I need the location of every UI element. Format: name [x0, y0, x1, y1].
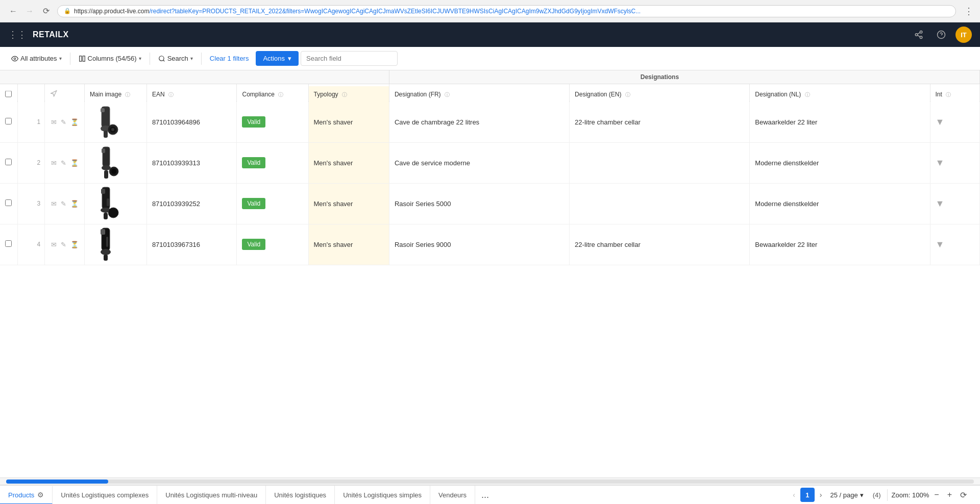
svg-rect-29	[104, 213, 108, 219]
svg-rect-33	[106, 237, 108, 247]
tab-unites-log[interactable]: Unités logistiques	[266, 486, 335, 504]
filter-icon-compliance[interactable]: ⓘ	[278, 92, 283, 97]
url-path: /redirect?tableKey=PRODUCTS_RETAILX_2022…	[149, 8, 641, 15]
pagination: ‹ 1 › 25 / page ▾ (4) Zoom: 100% − + ⟳	[783, 488, 980, 502]
filter-icon-image[interactable]: ⓘ	[125, 92, 130, 97]
chevron-down-icon-3: ▾	[190, 56, 193, 61]
filter-icon-desig-en[interactable]: ⓘ	[625, 92, 630, 97]
help-icon[interactable]	[933, 27, 949, 43]
row-email-button[interactable]: ✉	[50, 117, 58, 127]
scrollbar-thumb[interactable]	[6, 480, 108, 484]
tab-products[interactable]: Products ⚙	[0, 486, 53, 504]
row-typology: Men's shaver	[308, 224, 389, 265]
group-header-designations: Designations	[389, 70, 930, 84]
row-email-button[interactable]: ✉	[50, 240, 58, 249]
columns-icon	[79, 55, 86, 62]
tab-vendeurs[interactable]: Vendeurs	[430, 486, 475, 504]
svg-point-10	[159, 56, 163, 60]
row-select-checkbox[interactable]	[5, 240, 12, 247]
svg-point-24	[111, 169, 116, 174]
row-edit-button[interactable]: ✎	[60, 117, 67, 127]
per-page-select[interactable]: 25 / page ▾	[827, 489, 867, 501]
col-header-typology: Typology ⓘ	[308, 86, 389, 104]
grid-icon[interactable]: ⋮⋮	[8, 29, 27, 40]
svg-rect-8	[79, 56, 81, 61]
svg-line-11	[163, 60, 164, 61]
columns-button[interactable]: Columns (54/56) ▾	[74, 52, 146, 65]
filter-icon-ean[interactable]: ⓘ	[168, 92, 174, 97]
filter-icon-desig-fr[interactable]: ⓘ	[445, 92, 450, 97]
tab-unites-log-multi[interactable]: Unités Logistiques multi-niveau	[157, 486, 266, 504]
next-page-button[interactable]: ›	[817, 489, 825, 501]
address-bar[interactable]: 🔒 https://app.product-live.com/redirect?…	[57, 5, 956, 17]
row-select-checkbox[interactable]	[5, 199, 12, 206]
filter-icon-desig-nl[interactable]: ⓘ	[805, 92, 810, 97]
row-history-button[interactable]: ⏳	[69, 117, 80, 127]
horizontal-scrollbar[interactable]	[0, 477, 980, 485]
row-checkbox[interactable]	[0, 142, 17, 183]
group-header-empty	[0, 70, 389, 84]
filter-icon-typology[interactable]: ⓘ	[342, 92, 347, 97]
row-mini-actions: ✉ ✎ ⏳	[45, 183, 85, 224]
url-display: https://app.product-live.com/redirect?ta…	[74, 8, 949, 15]
clear-filters-button[interactable]: Clear 1 filters	[205, 52, 254, 65]
row-desig-fr: Rasoir Series 9000	[389, 224, 569, 265]
actions-button[interactable]: Actions ▾	[256, 51, 299, 66]
search-field-input[interactable]	[301, 51, 398, 66]
reload-button[interactable]: ⟳	[39, 4, 53, 18]
row-edit-button[interactable]: ✎	[60, 240, 67, 249]
all-attributes-button[interactable]: All attributes ▾	[6, 52, 67, 65]
row-int: ▼	[930, 224, 980, 265]
row-history-button[interactable]: ⏳	[69, 199, 80, 209]
forward-button[interactable]: →	[22, 4, 37, 18]
svg-rect-13	[101, 108, 105, 112]
zoom-in-button[interactable]: +	[944, 489, 955, 500]
row-mini-actions: ✉ ✎ ⏳	[45, 224, 85, 265]
row-select-checkbox[interactable]	[5, 118, 12, 124]
user-avatar[interactable]: IT	[955, 27, 972, 43]
svg-rect-20	[102, 148, 105, 153]
per-page-label: 25 / page	[830, 491, 858, 499]
row-history-button[interactable]: ⏳	[69, 240, 80, 249]
more-tabs-button[interactable]: ...	[475, 486, 495, 504]
row-ean: 8710103964896	[146, 102, 237, 142]
search-icon	[158, 55, 165, 62]
back-button[interactable]: ←	[6, 4, 20, 18]
row-ean: 8710103939252	[146, 183, 237, 224]
row-history-button[interactable]: ⏳	[69, 158, 80, 168]
megaphone-icon	[50, 90, 57, 97]
filter-icon-int[interactable]: ⓘ	[946, 92, 951, 97]
row-compliance: Valid	[237, 224, 308, 265]
row-select-checkbox[interactable]	[5, 159, 12, 165]
svg-point-34	[101, 249, 111, 255]
svg-rect-35	[104, 255, 108, 261]
row-email-button[interactable]: ✉	[50, 199, 58, 209]
row-checkbox[interactable]	[0, 102, 17, 142]
search-button[interactable]: Search ▾	[153, 52, 198, 65]
share-icon[interactable]	[911, 27, 927, 43]
select-all-checkbox[interactable]	[5, 90, 12, 97]
prev-page-button[interactable]: ‹	[790, 489, 798, 501]
row-typology: Men's shaver	[308, 142, 389, 183]
browser-menu-button[interactable]: ⋮	[964, 6, 974, 17]
row-edit-button[interactable]: ✎	[60, 158, 67, 168]
tab-unites-log-complex[interactable]: Unités Logistiques complexes	[53, 486, 157, 504]
row-desig-en	[570, 142, 750, 183]
unites-log-complex-label: Unités Logistiques complexes	[61, 491, 149, 499]
row-email-button[interactable]: ✉	[50, 158, 58, 168]
actions-label: Actions	[263, 55, 285, 62]
col-header-desig-fr: Designation (FR) ⓘ	[389, 86, 569, 104]
chevron-down-icon-4: ▾	[288, 55, 291, 62]
zoom-out-button[interactable]: −	[931, 489, 942, 500]
row-desig-fr: Cave de service moderne	[389, 142, 569, 183]
zoom-reset-button[interactable]: ⟳	[957, 489, 970, 501]
row-edit-button[interactable]: ✎	[60, 199, 67, 209]
col-header-actions-mini	[45, 86, 85, 104]
tab-settings-icon[interactable]: ⚙	[37, 491, 44, 499]
svg-rect-15	[104, 131, 108, 138]
current-page: 1	[800, 488, 815, 502]
row-checkbox[interactable]	[0, 183, 17, 224]
row-checkbox[interactable]	[0, 224, 17, 265]
table-wrapper[interactable]: Designations Main image ⓘ EAN	[0, 70, 980, 477]
tab-unites-log-simple[interactable]: Unités Logistiques simples	[335, 486, 430, 504]
